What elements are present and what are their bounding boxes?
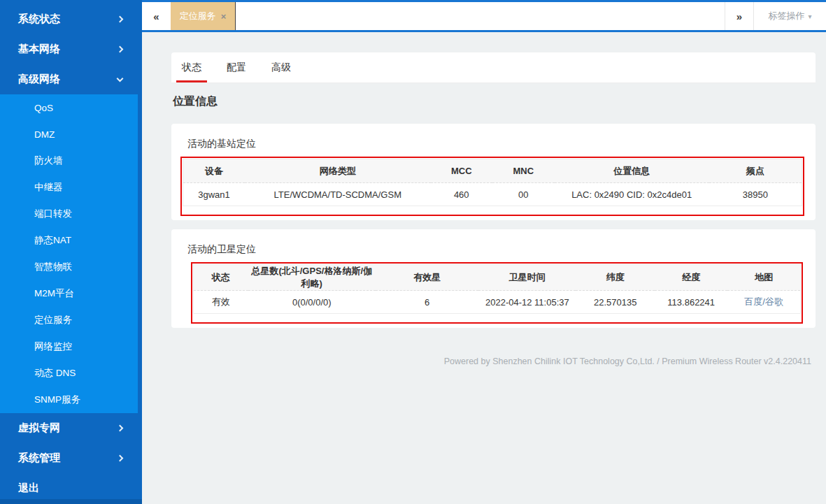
cell-satellite-time: 2022-04-12 11:05:37 [478,291,576,314]
col-latitude: 纬度 [576,265,655,291]
sidebar-item-m2m-platform[interactable]: M2M平台 [0,280,138,307]
sidebar-item-snmp-service[interactable]: SNMP服务 [0,387,138,413]
chevron-down-icon [117,75,124,82]
cell-frequency-point: 38950 [709,183,802,206]
sidebar-item-network-monitor[interactable]: 网络监控 [0,333,138,360]
annotation-box-base-station: 设备 网络类型 MCC MNC 位置信息 频点 3gwan1 LTE/WCDMA… [180,157,804,216]
tabbar-spacer [236,2,725,30]
satellite-card: 活动的卫星定位 状态 总星数(北斗/GPS/格洛纳斯/伽利略) 有效星 卫星时间… [171,229,816,328]
sidebar-item-dmz[interactable]: DMZ [0,121,138,147]
cell-location-info: LAC: 0x2490 CID: 0x2c4de01 [555,183,709,206]
table-row: 3gwan1 LTE/WCDMA/TD-SCDMA/GSM 460 00 LAC… [183,183,802,206]
sidebar-item-firewall[interactable]: 防火墙 [0,147,138,174]
col-longitude: 经度 [655,265,727,291]
sidebar-item-static-nat[interactable]: 静态NAT [0,227,138,254]
base-station-section-label: 活动的基站定位 [187,138,804,150]
sidebar-item-advanced-network[interactable]: 高级网络 [0,64,142,94]
chevron-right-icon [117,46,124,53]
sidebar-bottom-strip [0,499,142,504]
col-map: 地图 [727,265,800,291]
col-satellite-time: 卫星时间 [478,265,576,291]
double-chevron-right-icon: » [736,10,742,22]
col-device: 设备 [183,159,245,183]
col-location-info: 位置信息 [555,159,709,183]
close-icon[interactable]: × [221,12,227,21]
tab-label: 定位服务 [180,10,216,22]
sidebar-item-repeater[interactable]: 中继器 [0,174,138,201]
cell-mnc: 00 [492,183,555,206]
sidebar-item-system-management[interactable]: 系统管理 [0,443,142,473]
double-chevron-left-icon: « [153,10,159,22]
sidebar-item-label: 基本网络 [18,43,60,56]
subtab-strip: 状态 配置 高级 [171,52,816,83]
scroll-tabs-left-button[interactable]: « [142,2,171,30]
sidebar-submenu: QoS DMZ 防火墙 中继器 端口转发 静态NAT 智慧物联 M2M平台 定位… [0,94,138,413]
cell-network-type: LTE/WCDMA/TD-SCDMA/GSM [245,183,431,206]
col-frequency-point: 频点 [709,159,802,183]
chevron-right-icon [117,16,124,23]
sidebar-item-port-forwarding[interactable]: 端口转发 [0,201,138,227]
content-area: 状态 配置 高级 位置信息 活动的基站定位 设备 网络类型 MCC [142,32,826,504]
cell-longitude: 113.862241 [655,291,727,314]
table-row: 有效 0(0/0/0/0) 6 2022-04-12 11:05:37 22.5… [194,291,801,314]
tab-config[interactable]: 配置 [221,52,252,82]
sidebar-item-label: 高级网络 [18,73,60,86]
col-mnc: MNC [492,159,555,183]
footer-text: Powered by Shenzhen Chilink IOT Technolo… [171,357,816,366]
sidebar-item-dynamic-dns[interactable]: 动态 DNS [0,360,138,387]
caret-down-icon: ▾ [808,13,811,20]
scroll-tabs-right-button[interactable]: » [725,2,753,30]
tab-location-service[interactable]: 定位服务 × [171,2,236,30]
satellite-section-label: 活动的卫星定位 [187,243,804,256]
map-links-baidu-google[interactable]: 百度/谷歌 [727,291,800,314]
sidebar-item-qos[interactable]: QoS [0,94,138,121]
page-title: 位置信息 [173,94,816,109]
col-mcc: MCC [431,159,493,183]
sidebar-item-location-service[interactable]: 定位服务 [0,307,138,333]
base-station-table: 设备 网络类型 MCC MNC 位置信息 频点 3gwan1 LTE/WCDMA… [183,159,802,206]
cell-latitude: 22.570135 [576,291,655,314]
tab-operations-dropdown[interactable]: 标签操作 ▾ [753,2,826,30]
cell-device: 3gwan1 [183,183,245,206]
sidebar-item-basic-network[interactable]: 基本网络 [0,34,142,64]
satellite-table: 状态 总星数(北斗/GPS/格洛纳斯/伽利略) 有效星 卫星时间 纬度 经度 地… [193,264,801,314]
sidebar-item-label: 系统状态 [18,13,60,26]
sidebar-item-vpn[interactable]: 虚拟专网 [0,413,142,443]
cell-total-satellites: 0(0/0/0/0) [248,291,376,314]
chevron-right-icon [117,455,124,462]
table-header-row: 设备 网络类型 MCC MNC 位置信息 频点 [183,159,802,183]
sidebar-item-label: 虚拟专网 [18,422,60,435]
annotation-box-satellite: 状态 总星数(北斗/GPS/格洛纳斯/伽利略) 有效星 卫星时间 纬度 经度 地… [191,262,803,324]
tab-bar: « 定位服务 × » 标签操作 ▾ [142,0,826,32]
table-header-row: 状态 总星数(北斗/GPS/格洛纳斯/伽利略) 有效星 卫星时间 纬度 经度 地… [194,265,801,291]
col-status: 状态 [194,265,248,291]
cell-valid-satellites: 6 [376,291,479,314]
col-valid-satellites: 有效星 [376,265,479,291]
col-network-type: 网络类型 [245,159,431,183]
tab-status[interactable]: 状态 [176,52,207,82]
main-area: « 定位服务 × » 标签操作 ▾ 状态 配置 高级 位置信息 活动的基站定位 [142,0,826,504]
cell-mcc: 460 [431,183,493,206]
sidebar: 系统状态 基本网络 高级网络 QoS DMZ 防火墙 中继器 端口转发 静态NA… [0,0,142,504]
base-station-card: 活动的基站定位 设备 网络类型 MCC MNC 位置信息 [171,124,816,220]
cell-status: 有效 [194,291,248,314]
col-total-satellites: 总星数(北斗/GPS/格洛纳斯/伽利略) [248,265,376,291]
sidebar-item-smart-iot[interactable]: 智慧物联 [0,254,138,280]
sidebar-item-label: 退出 [18,482,39,495]
sidebar-item-label: 系统管理 [18,452,60,465]
chevron-right-icon [117,425,124,432]
sidebar-item-system-status[interactable]: 系统状态 [0,4,142,34]
tab-advanced[interactable]: 高级 [266,52,297,82]
tab-operations-label: 标签操作 [768,10,804,22]
